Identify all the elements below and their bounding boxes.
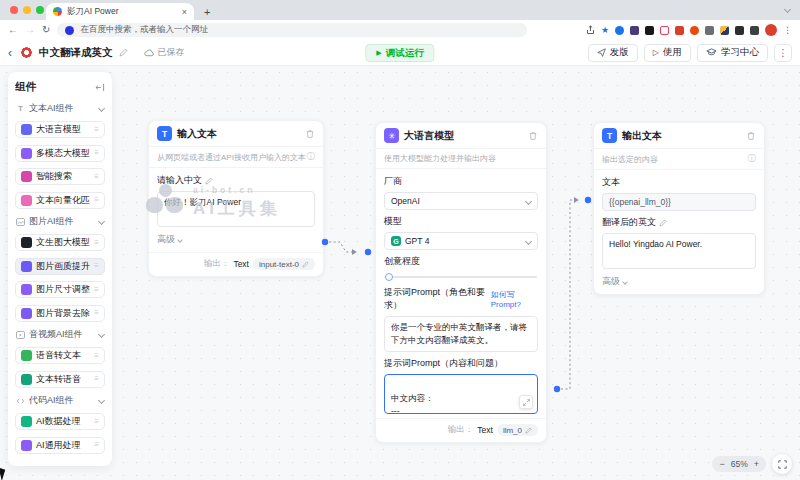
sidebar-item-llm[interactable]: 大语言模型 ≡ [15, 121, 105, 138]
back-icon[interactable]: ← [8, 25, 18, 35]
sidebar-item-bg-remove[interactable]: 图片背景去除 ≡ [15, 305, 105, 322]
drag-handle-icon[interactable]: ≡ [94, 239, 99, 247]
share-icon[interactable] [586, 25, 595, 35]
bg-remove-icon [21, 308, 32, 319]
window-controls[interactable] [10, 6, 44, 14]
drag-handle-icon[interactable]: ≡ [94, 262, 99, 270]
extension-icon[interactable] [720, 26, 729, 35]
learn-center-button[interactable]: 学习中心 [697, 44, 768, 62]
drag-handle-icon[interactable]: ≡ [94, 375, 99, 383]
url-input[interactable]: 在百度中搜索，或者输入一个网址 [57, 23, 527, 37]
prompt-help-link[interactable]: 如何写Prompt? [491, 289, 538, 309]
sidebar-item-smart-search[interactable]: 智能搜索 ≡ [15, 168, 105, 185]
browser-tab[interactable]: 影刀AI Power × [46, 3, 194, 20]
section-text-ai[interactable]: T 文本AI组件 [16, 102, 104, 115]
sidebar-item-multimodal[interactable]: 多模态大模型 ≡ [15, 145, 105, 162]
drag-handle-icon[interactable]: ≡ [94, 286, 99, 294]
extension-icon[interactable] [660, 26, 669, 35]
trash-icon[interactable] [528, 131, 538, 141]
edit-field-icon[interactable] [659, 219, 667, 227]
zoom-in-button[interactable]: + [754, 460, 759, 469]
connector-dot [365, 249, 371, 255]
extension-icon[interactable] [675, 26, 684, 35]
edit-variable-icon[interactable] [302, 261, 309, 268]
sidebar-item-text2image[interactable]: 文生图大模型 ≡ [15, 234, 105, 251]
edit-title-icon[interactable] [119, 48, 128, 57]
advanced-toggle[interactable]: 高级 [602, 275, 756, 288]
section-av-ai[interactable]: 音视频AI组件 [16, 328, 104, 341]
sidebar-item-ai-general[interactable]: AI通用处理 ≡ [15, 437, 105, 454]
extension-icon[interactable] [645, 26, 654, 35]
extension-icon[interactable] [615, 26, 624, 35]
translated-output-textarea[interactable]: Hello! Yingdao AI Power. [602, 233, 756, 269]
profile-avatar[interactable] [765, 24, 777, 36]
drag-handle-icon[interactable]: ≡ [94, 196, 99, 204]
close-tab-icon[interactable]: × [182, 7, 187, 17]
drag-handle-icon[interactable]: ≡ [94, 441, 99, 449]
model-select[interactable]: G GPT 4 [384, 232, 538, 250]
publish-button[interactable]: 发版 [588, 44, 638, 62]
output-variable-pill[interactable]: llm_0 [497, 424, 538, 436]
section-code-ai[interactable]: 代码AI组件 [16, 394, 104, 407]
prompt-role-textarea[interactable]: 你是一个专业的中英文翻译者，请将下方中文内容翻译成英文。 [384, 316, 538, 352]
new-tab-button[interactable]: + [204, 6, 210, 18]
section-image-ai[interactable]: 图片AI组件 [16, 215, 104, 228]
drag-handle-icon[interactable]: ≡ [94, 149, 99, 157]
browser-menu-icon[interactable]: ⋮ [783, 25, 792, 35]
expand-textarea-button[interactable] [519, 395, 533, 409]
drag-handle-icon[interactable]: ≡ [94, 309, 99, 317]
chinese-input-textarea[interactable]: 你好！影刀AI Power [157, 191, 315, 227]
trash-icon[interactable] [746, 131, 756, 141]
trash-icon[interactable] [305, 129, 315, 139]
workflow-canvas[interactable]: 组件 T 文本AI组件 大语言模型 ≡ 多模态大模型 ≡ 智能搜索 [0, 66, 800, 480]
sidebar-item-ai-data[interactable]: AI数据处理 ≡ [15, 413, 105, 430]
reload-icon[interactable]: ↻ [42, 25, 50, 35]
back-button[interactable]: ‹ [8, 46, 12, 60]
drag-handle-icon[interactable]: ≡ [94, 126, 99, 134]
more-actions-button[interactable]: ⋮ [774, 44, 792, 62]
output-variable-pill[interactable]: input-text-0 [253, 258, 315, 270]
edit-variable-icon[interactable] [525, 427, 532, 434]
sidebar-item-text2speech[interactable]: 文本转语音 ≡ [15, 371, 105, 388]
fullscreen-button[interactable] [772, 454, 792, 474]
close-window-button[interactable] [10, 6, 18, 14]
bookmark-star-icon[interactable]: ★ [601, 26, 609, 35]
chevron-down-icon[interactable] [785, 0, 790, 16]
extension-icon[interactable] [690, 26, 699, 35]
vector-match-icon [21, 195, 32, 206]
url-placeholder-text: 在百度中搜索，或者输入一个网址 [80, 24, 208, 36]
vendor-select[interactable]: OpenAI [384, 192, 538, 210]
info-icon[interactable]: ⓘ [748, 153, 757, 165]
browser-window-icon[interactable] [750, 26, 759, 35]
node-input-text[interactable]: T 输入文本 从网页端或者通过API接收用户输入的文本 ⓘ 请输入中文 你好！影… [148, 120, 324, 277]
extension-icon[interactable] [705, 26, 714, 35]
puzzle-extensions-icon[interactable] [735, 26, 744, 35]
creativity-slider[interactable] [385, 273, 537, 281]
drag-handle-icon[interactable]: ≡ [94, 418, 99, 426]
use-button[interactable]: ▷ 使用 [644, 44, 691, 62]
output-source-input[interactable]: {{openai_llm_0}} [602, 193, 756, 211]
sidebar-item-vector-match[interactable]: 文本向量化匹配 ≡ [15, 192, 105, 209]
zoom-out-button[interactable]: − [719, 460, 724, 469]
advanced-toggle[interactable]: 高级 [157, 233, 315, 246]
forward-icon[interactable]: → [25, 25, 35, 35]
node-output-text[interactable]: T 输出文本 输出选定的内容 ⓘ 文本 {{openai_llm_0}} 翻译后… [593, 122, 765, 295]
sidebar-item-image-upscale[interactable]: 图片画质提升 ≡ [15, 258, 105, 275]
sidebar-item-image-resize[interactable]: 图片尺寸调整 ≡ [15, 281, 105, 298]
search-engine-icon [65, 26, 74, 35]
extension-icon[interactable] [630, 26, 639, 35]
minimize-window-button[interactable] [23, 6, 31, 14]
debug-run-button[interactable]: ▶ 调试运行 [365, 44, 434, 62]
drag-handle-icon[interactable]: ≡ [94, 352, 99, 360]
prompt-content-textarea[interactable]: 中文内容： --- {{input_text_0}} [384, 374, 538, 414]
sidebar-item-speech2text[interactable]: 语音转文本 ≡ [15, 347, 105, 364]
edit-field-icon[interactable] [205, 177, 213, 185]
graduation-cap-icon [706, 48, 717, 57]
drag-handle-icon[interactable]: ≡ [94, 173, 99, 181]
edge-llm-to-output [561, 200, 578, 389]
node-llm[interactable]: ✳ 大语言模型 使用大模型能力处理并输出内容 厂商 OpenAI 模型 G GP… [375, 122, 547, 443]
info-icon[interactable]: ⓘ [307, 151, 316, 163]
slider-thumb[interactable] [385, 273, 393, 281]
maximize-window-button[interactable] [36, 6, 44, 14]
collapse-panel-icon[interactable] [95, 83, 105, 92]
